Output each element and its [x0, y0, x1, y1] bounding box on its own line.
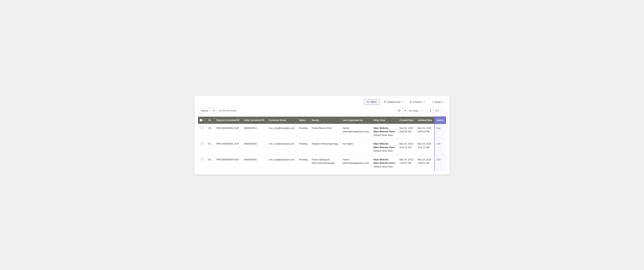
columns-label: Columns [413, 101, 422, 103]
row-checkbox-cell [198, 155, 206, 171]
columns-button[interactable]: ⚙ Columns ▼ [408, 99, 427, 105]
row-store-view: Main WebsiteMain Website StoreDefault St… [372, 140, 398, 155]
page-number-input[interactable] [427, 108, 434, 113]
row-updated-date: Mar 24, 2022 3:01:21 AM [416, 140, 435, 155]
page-of-label: of 1 [435, 109, 439, 112]
toolbar-top: ▼ Filters 👁 Default View ▼ ⚙ Columns ▼ ⇧… [198, 99, 446, 105]
per-page-label: per page [409, 109, 418, 112]
pagination: ‹ of 1 › [420, 108, 446, 113]
gear-icon: ⚙ [410, 101, 412, 103]
row-order-increment-id: #000000041 [242, 155, 267, 171]
row-store-view: Main WebsiteMain Website StoreDefault St… [372, 124, 398, 140]
col-header-status: Status [297, 117, 310, 124]
col-header-id: ID ↑ [206, 117, 214, 124]
id-sort-icon[interactable]: ↑ [211, 119, 212, 121]
per-page-wrap: 20 ▼ per page [396, 108, 418, 113]
records-found: 12 records found [219, 109, 236, 112]
filter-button[interactable]: ▼ Filters [364, 99, 379, 105]
row-customer-email: roni_cost@example.com [267, 124, 297, 140]
col-header-checkbox: ▼ [198, 117, 206, 124]
row-2-checkbox[interactable] [201, 158, 204, 160]
prev-page-button[interactable]: ‹ [420, 108, 426, 113]
col-header-created-date: Created Date [398, 117, 416, 124]
per-page-dropdown-button[interactable]: ▼ [403, 108, 408, 113]
row-1-edit-link[interactable]: Edit [436, 142, 440, 145]
row-items: Fusion Backpack Rival Field Messenger [310, 155, 341, 171]
row-store-view: Main WebsiteMain Website StoreDefault St… [372, 155, 398, 171]
filter-label: Filters [370, 101, 376, 103]
actions-label: Actions [198, 108, 211, 113]
row-status: Pending [297, 140, 310, 155]
row-action-cell: Edit [434, 124, 446, 140]
col-header-action: Action [434, 117, 446, 124]
row-items: Fiona Fitness Short [310, 124, 341, 140]
col-header-last-responded-by: Last responded by [341, 117, 372, 124]
col-header-order-increment-id: Order Increment ID [242, 117, 267, 124]
row-updated-date: Mar 24, 2022 2:46:51 AM [416, 155, 435, 171]
columns-chevron-icon: ▼ [423, 101, 425, 103]
row-2-edit-link[interactable]: Edit [436, 158, 440, 161]
export-chevron-icon: ▼ [442, 101, 444, 103]
row-status: Pending [297, 124, 310, 140]
select-all-chevron-icon[interactable]: ▼ [203, 119, 205, 121]
row-created-date: Mar 24, 2022 8:48:35 PM [398, 124, 416, 140]
export-button[interactable]: ⇧ Export ▼ [430, 99, 446, 105]
eye-icon: 👁 [384, 101, 386, 103]
filter-icon: ▼ [367, 101, 369, 103]
actions-select-wrap: Actions ▼ [198, 108, 217, 113]
row-status: Pending [297, 155, 310, 171]
select-all-checkbox[interactable] [200, 119, 202, 121]
per-page-value: 20 [396, 108, 403, 113]
row-0-checkbox[interactable] [201, 126, 204, 129]
row-customer-email: roni_cost@example.com [267, 140, 297, 155]
default-view-button[interactable]: 👁 Default View ▼ [382, 99, 405, 105]
view-chevron-icon: ▼ [402, 101, 403, 103]
row-last-responded-by: No replies [341, 140, 372, 155]
col-header-request-increment-id: Request Increment ID [214, 117, 242, 124]
row-order-increment-id: #000000011 [242, 124, 267, 140]
col-header-items: Item(s) [310, 117, 341, 124]
row-id: 61 [206, 140, 214, 155]
per-page-select: 20 ▼ [396, 108, 408, 113]
action-bar: Actions ▼ 12 records found 20 ▼ per page… [198, 108, 446, 113]
row-1-checkbox[interactable] [201, 142, 204, 145]
view-label: Default View [388, 101, 400, 103]
row-id: 62 [206, 124, 214, 140]
row-request-increment-id: PRE-000000061-SUF [214, 140, 242, 155]
row-order-increment-id: #000000042 [242, 140, 267, 155]
row-items: Wayfarer Messenger Bag [310, 140, 341, 155]
row-checkbox-cell [198, 140, 206, 155]
table-row: 62PRE-000000062-SUF#000000011roni_cost@e… [198, 124, 446, 140]
export-label: Export [435, 101, 442, 103]
row-checkbox-cell [198, 124, 206, 140]
table-row: 61PRE-000000061-SUF#000000042roni_cost@e… [198, 140, 446, 155]
row-request-increment-id: PRE-000000062-SUF [214, 124, 242, 140]
row-customer-email: roni_cost@example.com [267, 155, 297, 171]
col-header-updated-date: Updated Date [416, 117, 435, 124]
row-last-responded-by: Admin (demo@mageplaza.com) [341, 155, 372, 171]
main-container: ▼ Filters 👁 Default View ▼ ⚙ Columns ▼ ⇧… [194, 96, 450, 175]
actions-dropdown-button[interactable]: ▼ [211, 108, 217, 113]
row-0-edit-link[interactable]: Edit [436, 127, 440, 129]
row-last-responded-by: Admin (demo@mageplaza.com) [341, 124, 372, 140]
table-header-row: ▼ ID ↑ Request Increment ID Order Increm… [198, 117, 446, 124]
row-created-date: Mar 24, 2022 2:43:07 AM [398, 155, 416, 171]
export-icon: ⇧ [432, 101, 434, 103]
row-id: 60 [206, 155, 214, 171]
col-header-customer-email: Customer Email [267, 117, 297, 124]
next-page-button[interactable]: › [440, 108, 446, 113]
row-created-date: Mar 24, 2022 3:01:21 AM [398, 140, 416, 155]
row-updated-date: Mar 24, 2022 8:55:03 PM [416, 124, 435, 140]
action-bar-left: Actions ▼ 12 records found [198, 108, 236, 113]
table-row: 60PRE-000000060-SUF#000000041roni_cost@e… [198, 155, 446, 171]
col-header-store-view: Store View [372, 117, 398, 124]
action-bar-right: 20 ▼ per page ‹ of 1 › [396, 108, 446, 113]
row-action-cell: Edit [434, 140, 446, 155]
row-action-cell: Edit [434, 155, 446, 171]
data-table: ▼ ID ↑ Request Increment ID Order Increm… [198, 116, 446, 171]
row-request-increment-id: PRE-000000060-SUF [214, 155, 242, 171]
